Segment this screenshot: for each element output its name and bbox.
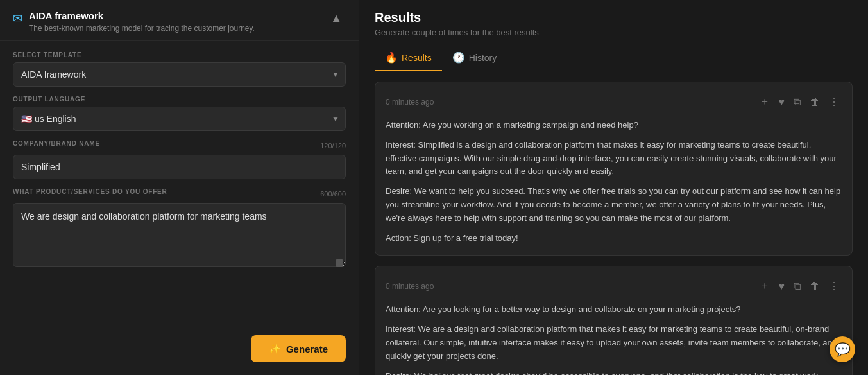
more-button-2[interactable]: ⋮: [826, 277, 842, 295]
result-card-2-actions: ＋ ♥ ⧉ 🗑 ⋮: [757, 277, 842, 295]
collapse-button[interactable]: ▲: [327, 10, 346, 26]
result-card-1-header: 0 minutes ago ＋ ♥ ⧉ 🗑 ⋮: [386, 92, 842, 111]
result-card-1-text: Attention: Are you working on a marketin…: [386, 119, 842, 245]
resize-handle[interactable]: [336, 259, 343, 267]
output-language-wrapper: 🇺🇸 us English ▼: [13, 107, 346, 131]
email-icon: ✉: [13, 12, 22, 26]
select-template-wrapper: AIDA framework ▼: [13, 62, 346, 87]
result-card-1: 0 minutes ago ＋ ♥ ⧉ 🗑 ⋮ Attention: Are y…: [375, 82, 853, 256]
select-template-field: SELECT TEMPLATE AIDA framework ▼: [13, 51, 346, 87]
results-content: 0 minutes ago ＋ ♥ ⧉ 🗑 ⋮ Attention: Are y…: [359, 71, 868, 375]
results-header: Results Generate couple of times for the…: [359, 0, 868, 71]
copy-button-1[interactable]: ⧉: [791, 94, 803, 110]
panel-subtitle: The best-known marketing model for traci…: [29, 24, 255, 33]
favorite-button-1[interactable]: ♥: [776, 94, 788, 110]
result-2-para-2: Interest: We are a design and collaborat…: [386, 323, 842, 363]
output-language-field: OUTPUT LANGUAGE 🇺🇸 us English ▼: [13, 96, 346, 131]
tab-results[interactable]: 🔥 Results: [375, 45, 442, 71]
panel-title: AIDA framework: [29, 10, 255, 21]
panel-header-left: ✉ AIDA framework The best-known marketin…: [13, 10, 255, 33]
output-language-input[interactable]: 🇺🇸 us English: [13, 107, 346, 131]
tab-history[interactable]: 🕐 History: [442, 45, 507, 71]
more-button-1[interactable]: ⋮: [826, 93, 842, 110]
result-card-1-timestamp: 0 minutes ago: [386, 98, 434, 107]
product-services-label-row: WHAT PRODUCT/SERVICES DO YOU OFFER 600/6…: [13, 188, 346, 199]
results-title: Results: [375, 10, 853, 25]
product-services-char-count: 600/600: [320, 190, 346, 198]
result-card-1-actions: ＋ ♥ ⧉ 🗑 ⋮: [757, 92, 842, 111]
generate-button[interactable]: ✨ Generate: [251, 335, 346, 362]
product-services-label: WHAT PRODUCT/SERVICES DO YOU OFFER: [13, 188, 167, 195]
result-1-para-3: Desire: We want to help you succeed. Tha…: [386, 185, 842, 225]
select-template-label: SELECT TEMPLATE: [13, 51, 346, 58]
panel-header: ✉ AIDA framework The best-known marketin…: [0, 0, 359, 41]
company-name-label: COMPANY/BRAND NAME: [13, 140, 100, 147]
product-services-textarea-wrapper: We are design and collaboration platform…: [13, 203, 346, 270]
select-template-input[interactable]: AIDA framework: [13, 62, 346, 87]
result-card-2-header: 0 minutes ago ＋ ♥ ⧉ 🗑 ⋮: [386, 277, 842, 295]
company-name-input[interactable]: [13, 155, 346, 179]
favorite-button-2[interactable]: ♥: [776, 278, 788, 295]
add-button-1[interactable]: ＋: [757, 92, 772, 111]
company-name-field: COMPANY/BRAND NAME 120/120: [13, 140, 346, 179]
product-services-field: WHAT PRODUCT/SERVICES DO YOU OFFER 600/6…: [13, 188, 346, 270]
product-services-textarea[interactable]: We are design and collaboration platform…: [13, 203, 346, 267]
generate-label: Generate: [286, 344, 328, 354]
result-1-para-4: Action: Sign up for a free trial today!: [386, 232, 842, 245]
right-panel: Results Generate couple of times for the…: [359, 0, 868, 375]
tabs: 🔥 Results 🕐 History: [359, 45, 868, 71]
chat-bubble[interactable]: 💬: [830, 336, 855, 362]
result-1-para-1: Attention: Are you working on a marketin…: [386, 119, 842, 132]
result-card-2-timestamp: 0 minutes ago: [386, 282, 434, 291]
output-language-label: OUTPUT LANGUAGE: [13, 96, 346, 103]
results-subtitle: Generate couple of times for the best re…: [375, 28, 853, 37]
generate-section: ✨ Generate: [0, 327, 359, 375]
result-card-2-text: Attention: Are you looking for a better …: [386, 303, 842, 375]
result-2-para-1: Attention: Are you looking for a better …: [386, 303, 842, 317]
generate-icon: ✨: [269, 343, 281, 354]
left-panel: ✉ AIDA framework The best-known marketin…: [0, 0, 359, 375]
company-name-label-row: COMPANY/BRAND NAME 120/120: [13, 140, 346, 151]
company-name-char-count: 120/120: [320, 142, 346, 150]
results-tab-icon: 🔥: [385, 51, 398, 64]
chat-bubble-icon: 💬: [835, 342, 851, 357]
delete-button-2[interactable]: 🗑: [807, 278, 822, 295]
result-card-2: 0 minutes ago ＋ ♥ ⧉ 🗑 ⋮ Attention: Are y…: [375, 266, 853, 375]
history-tab-icon: 🕐: [452, 51, 465, 64]
history-tab-label: History: [469, 53, 497, 63]
results-tab-label: Results: [402, 53, 432, 63]
result-2-para-3: Desire: We believe that great design sho…: [386, 370, 842, 375]
add-button-2[interactable]: ＋: [757, 277, 772, 295]
result-1-para-2: Interest: Simplified is a design and col…: [386, 139, 842, 179]
copy-button-2[interactable]: ⧉: [791, 278, 803, 295]
panel-body: SELECT TEMPLATE AIDA framework ▼ OUTPUT …: [0, 41, 359, 327]
delete-button-1[interactable]: 🗑: [807, 94, 822, 110]
